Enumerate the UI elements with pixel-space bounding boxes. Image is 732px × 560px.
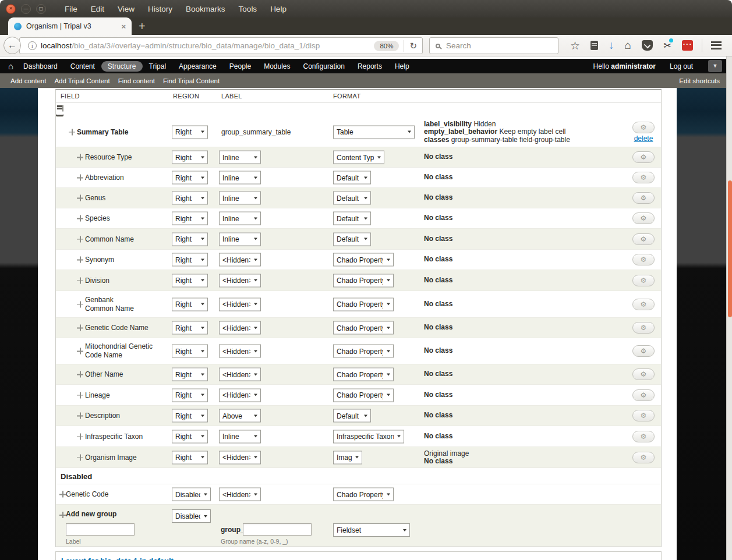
shortcut-find-content[interactable]: Find content (114, 77, 159, 84)
region-select[interactable]: Disabled (172, 488, 211, 501)
toolbar-toggle-button[interactable]: ▼ (708, 60, 722, 72)
label-select[interactable]: Inline (219, 430, 261, 443)
region-select[interactable]: Right (172, 253, 208, 267)
menu-item-history[interactable]: History (148, 5, 172, 13)
gear-button[interactable]: ⚙ (632, 192, 655, 204)
drag-handle-icon[interactable] (77, 175, 83, 181)
region-select[interactable]: Right (172, 171, 208, 185)
gear-button[interactable]: ⚙ (632, 389, 655, 401)
label-select[interactable]: <Hidden> (219, 388, 261, 402)
menu-item-file[interactable]: File (65, 5, 77, 13)
drag-handle-icon[interactable] (59, 105, 63, 112)
gear-button[interactable]: ⚙ (632, 275, 655, 286)
format-select[interactable]: Default (333, 212, 371, 225)
gear-button[interactable]: ⚙ (632, 151, 655, 163)
admin-item-configuration[interactable]: Configuration (297, 61, 351, 72)
format-select[interactable]: Content Type (333, 151, 384, 164)
menu-item-help[interactable]: Help (270, 5, 287, 13)
format-select[interactable]: Chado Property (333, 488, 394, 501)
region-select[interactable]: Right (172, 125, 208, 139)
format-select[interactable]: Infraspecific Taxon (333, 430, 404, 443)
format-select[interactable]: Table (333, 125, 415, 139)
region-select[interactable]: Right (172, 430, 208, 443)
region-select[interactable]: Right (172, 192, 208, 205)
drag-handle-icon[interactable] (77, 236, 83, 242)
drag-handle-icon[interactable] (77, 454, 83, 460)
edit-shortcuts-link[interactable]: Edit shortcuts (679, 77, 720, 84)
drag-handle-icon[interactable] (77, 325, 83, 331)
menu-item-view[interactable]: View (118, 5, 135, 13)
gear-button[interactable]: ⚙ (632, 368, 655, 380)
browser-tab-organism[interactable]: Organism | Tripal v3 × (8, 17, 132, 35)
group-name-input[interactable] (243, 523, 312, 536)
hamburger-menu-icon[interactable] (711, 41, 722, 49)
label-select[interactable]: <Hidden> (219, 274, 261, 287)
scrollbar-thumb[interactable] (728, 180, 732, 317)
format-select[interactable]: Image (333, 451, 362, 464)
label-select[interactable]: Above (219, 409, 261, 423)
gear-button[interactable]: ⚙ (632, 233, 655, 245)
gear-button[interactable]: ⚙ (632, 431, 655, 442)
admin-item-dashboard[interactable]: Dashboard (17, 61, 64, 72)
format-select[interactable]: Default (333, 192, 371, 205)
bookmark-star-icon[interactable]: ☆ (570, 39, 580, 52)
drag-handle-icon[interactable] (77, 215, 83, 222)
window-maximize-button[interactable]: ▢ (36, 4, 46, 14)
logout-link[interactable]: Log out (670, 62, 693, 70)
admin-item-modules[interactable]: Modules (257, 61, 296, 72)
drag-handle-icon[interactable] (77, 195, 83, 201)
region-select[interactable]: Right (172, 321, 208, 335)
gear-button[interactable]: ⚙ (632, 212, 655, 224)
admin-item-structure[interactable]: Structure (101, 61, 143, 72)
format-select[interactable]: Chado Property (333, 368, 394, 381)
region-select[interactable]: Disabled (172, 509, 211, 523)
format-select[interactable]: Chado Property (333, 297, 394, 311)
admin-item-help[interactable]: Help (388, 61, 416, 72)
gear-button[interactable]: ⚙ (632, 122, 655, 133)
screenshot-extension-icon[interactable]: ✂ (663, 40, 671, 52)
drag-handle-icon[interactable] (77, 257, 83, 263)
drag-handle-icon[interactable] (59, 512, 66, 518)
format-select[interactable]: Chado Property (333, 321, 394, 335)
region-select[interactable]: Right (172, 212, 208, 225)
region-select[interactable]: Right (172, 345, 208, 358)
format-select[interactable]: Default (333, 171, 371, 185)
region-select[interactable]: Right (172, 409, 208, 423)
gear-button[interactable]: ⚙ (632, 254, 655, 265)
admin-item-people[interactable]: People (223, 61, 257, 72)
label-select[interactable]: Inline (219, 151, 261, 164)
drag-handle-icon[interactable] (59, 491, 66, 498)
menu-item-bookmarks[interactable]: Bookmarks (186, 5, 225, 13)
gear-button[interactable]: ⚙ (632, 172, 655, 183)
window-close-button[interactable]: ✕ (6, 4, 16, 14)
region-select[interactable]: Right (172, 297, 208, 311)
label-select[interactable]: <Hidden> (219, 451, 261, 464)
label-select[interactable]: Inline (219, 192, 261, 205)
back-button[interactable]: ← (3, 37, 21, 54)
region-select[interactable]: Right (172, 274, 208, 287)
reload-icon[interactable]: ↻ (404, 41, 422, 51)
url-bar[interactable]: i localhost/bio_data/3#overlay=admin/str… (19, 37, 423, 54)
label-select[interactable]: Inline (219, 212, 261, 225)
format-select[interactable]: Chado Property (333, 274, 394, 287)
drag-handle-icon[interactable] (77, 277, 83, 283)
menu-item-edit[interactable]: Edit (91, 5, 104, 13)
label-select[interactable]: <Hidden> (219, 368, 261, 381)
layout-link[interactable]: Layout for bio_data 1 in default (61, 557, 174, 560)
reading-list-icon[interactable] (590, 41, 598, 50)
site-info-icon[interactable]: i (28, 41, 37, 50)
drag-handle-icon[interactable] (69, 129, 75, 135)
delete-link[interactable]: delete (627, 134, 660, 143)
shortcut-add-tripal-content[interactable]: Add Tripal Content (50, 77, 114, 84)
pocket-icon[interactable] (642, 40, 653, 51)
format-select[interactable]: Default (333, 409, 371, 423)
admin-item-appearance[interactable]: Appearance (172, 61, 223, 72)
label-select[interactable]: Inline (219, 232, 261, 246)
drag-handle-icon[interactable] (77, 392, 83, 398)
region-select[interactable]: Right (172, 388, 208, 402)
new-tab-button[interactable]: + (139, 20, 146, 33)
drag-handle-icon[interactable] (77, 371, 83, 378)
region-select[interactable]: Right (172, 151, 208, 164)
downloads-icon[interactable]: ↓ (609, 39, 614, 52)
label-select[interactable]: Inline (219, 171, 261, 185)
